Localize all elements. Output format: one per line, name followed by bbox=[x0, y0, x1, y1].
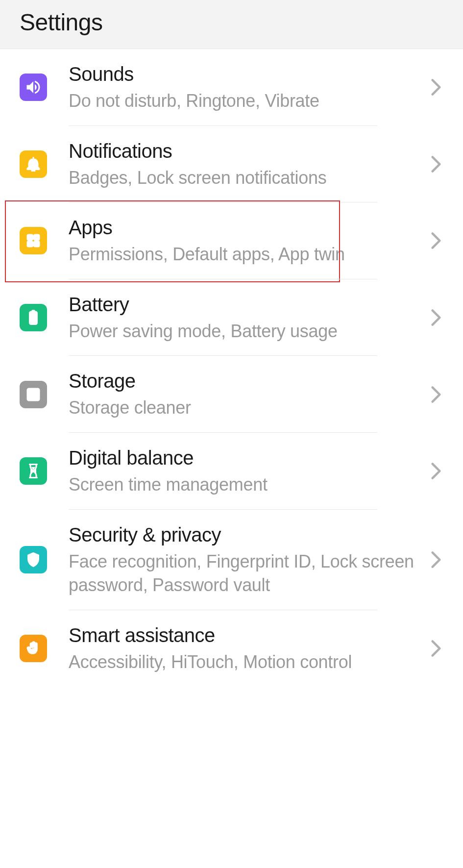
page-title: Settings bbox=[20, 9, 443, 36]
settings-item-text: Smart assistance Accessibility, HiTouch,… bbox=[69, 623, 429, 674]
settings-item-title: Sounds bbox=[69, 62, 414, 86]
settings-item-title: Digital balance bbox=[69, 446, 414, 470]
settings-list: Sounds Do not disturb, Ringtone, Vibrate… bbox=[0, 49, 463, 687]
settings-item-subtitle: Badges, Lock screen notifications bbox=[69, 166, 414, 190]
settings-item-battery[interactable]: Battery Power saving mode, Battery usage bbox=[0, 279, 463, 356]
svg-rect-1 bbox=[34, 235, 40, 240]
settings-item-text: Storage Storage cleaner bbox=[69, 369, 429, 420]
chevron-right-icon bbox=[429, 459, 443, 483]
shield-icon bbox=[20, 546, 47, 573]
settings-item-storage[interactable]: Storage Storage cleaner bbox=[0, 356, 463, 433]
settings-item-text: Notifications Badges, Lock screen notifi… bbox=[69, 139, 429, 190]
settings-item-subtitle: Accessibility, HiTouch, Motion control bbox=[69, 650, 414, 674]
chevron-right-icon bbox=[429, 547, 443, 572]
settings-item-subtitle: Do not disturb, Ringtone, Vibrate bbox=[69, 89, 414, 113]
settings-item-sounds[interactable]: Sounds Do not disturb, Ringtone, Vibrate bbox=[0, 49, 463, 126]
settings-item-digital-balance[interactable]: Digital balance Screen time management bbox=[0, 433, 463, 510]
settings-item-notifications[interactable]: Notifications Badges, Lock screen notifi… bbox=[0, 126, 463, 203]
settings-item-smart-assistance[interactable]: Smart assistance Accessibility, HiTouch,… bbox=[0, 610, 463, 687]
apps-grid-icon bbox=[20, 227, 47, 254]
svg-rect-5 bbox=[32, 310, 35, 312]
chevron-right-icon bbox=[429, 152, 443, 176]
chevron-right-icon bbox=[429, 382, 443, 407]
settings-item-text: Security & privacy Face recognition, Fin… bbox=[69, 522, 429, 597]
settings-item-title: Apps bbox=[69, 215, 414, 240]
svg-rect-0 bbox=[27, 235, 33, 240]
storage-icon bbox=[20, 381, 47, 408]
settings-item-title: Storage bbox=[69, 369, 414, 393]
settings-item-subtitle: Storage cleaner bbox=[69, 396, 414, 420]
settings-item-apps[interactable]: Apps Permissions, Default apps, App twin bbox=[0, 202, 463, 279]
settings-item-title: Notifications bbox=[69, 139, 414, 163]
chevron-right-icon bbox=[429, 305, 443, 330]
svg-point-9 bbox=[29, 390, 31, 392]
settings-item-text: Sounds Do not disturb, Ringtone, Vibrate bbox=[69, 62, 429, 113]
settings-item-subtitle: Face recognition, Fingerprint ID, Lock s… bbox=[69, 550, 414, 597]
bell-icon bbox=[20, 150, 47, 178]
settings-item-title: Battery bbox=[69, 292, 414, 317]
settings-item-text: Apps Permissions, Default apps, App twin bbox=[69, 215, 429, 267]
svg-point-11 bbox=[29, 397, 31, 399]
settings-item-subtitle: Screen time management bbox=[69, 473, 414, 497]
sounds-icon bbox=[20, 74, 47, 101]
settings-item-text: Battery Power saving mode, Battery usage bbox=[69, 292, 429, 344]
chevron-right-icon bbox=[429, 75, 443, 99]
settings-item-security[interactable]: Security & privacy Face recognition, Fin… bbox=[0, 510, 463, 610]
svg-point-10 bbox=[29, 394, 31, 396]
hourglass-icon bbox=[20, 457, 47, 485]
settings-item-title: Smart assistance bbox=[69, 623, 414, 647]
settings-item-text: Digital balance Screen time management bbox=[69, 446, 429, 497]
settings-item-title: Security & privacy bbox=[69, 522, 414, 547]
svg-rect-2 bbox=[27, 242, 33, 247]
battery-icon bbox=[20, 304, 47, 331]
settings-item-subtitle: Power saving mode, Battery usage bbox=[69, 320, 414, 344]
settings-item-subtitle: Permissions, Default apps, App twin bbox=[69, 243, 414, 267]
chevron-right-icon bbox=[429, 636, 443, 661]
hand-icon bbox=[20, 635, 47, 662]
svg-rect-3 bbox=[34, 242, 40, 247]
chevron-right-icon bbox=[429, 228, 443, 253]
header: Settings bbox=[0, 0, 463, 49]
